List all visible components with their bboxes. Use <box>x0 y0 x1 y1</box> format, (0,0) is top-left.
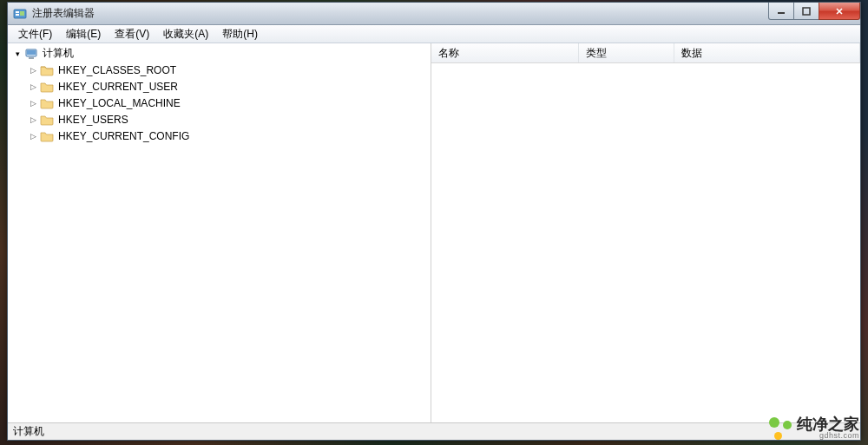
content-area: ▾ 计算机 ▷ <box>8 43 860 422</box>
menu-view[interactable]: 查看(V) <box>108 25 156 43</box>
statusbar-path: 计算机 <box>13 424 44 439</box>
expander-closed-icon[interactable]: ▷ <box>27 81 39 93</box>
regedit-app-icon <box>13 7 27 21</box>
values-header: 名称 类型 数据 <box>431 43 860 63</box>
tree-hive-label: HKEY_CURRENT_USER <box>56 80 180 94</box>
titlebar[interactable]: 注册表编辑器 <box>8 3 860 25</box>
expander-open-icon[interactable]: ▾ <box>11 48 23 60</box>
window-title: 注册表编辑器 <box>32 6 95 21</box>
tree-root-computer[interactable]: ▾ 计算机 <box>8 45 431 62</box>
column-header-name[interactable]: 名称 <box>431 43 579 62</box>
computer-icon <box>24 47 38 61</box>
folder-icon <box>40 129 54 143</box>
tree-hive-label: HKEY_USERS <box>56 113 130 127</box>
column-header-data[interactable]: 数据 <box>674 43 860 62</box>
tree-root-label: 计算机 <box>41 45 76 62</box>
folder-icon <box>40 96 54 110</box>
tree-hive-current-user[interactable]: ▷ HKEY_CURRENT_USER <box>23 78 431 95</box>
folder-icon <box>40 80 54 94</box>
menu-help[interactable]: 帮助(H) <box>215 25 265 43</box>
tree-hive-current-config[interactable]: ▷ HKEY_CURRENT_CONFIG <box>23 128 431 144</box>
close-button[interactable] <box>819 3 860 20</box>
tree-children: ▷ HKEY_CLASSES_ROOT ▷ HKEY_CURRENT_USER <box>8 62 431 144</box>
tree-hive-local-machine[interactable]: ▷ HKEY_LOCAL_MACHINE <box>23 95 431 111</box>
folder-icon <box>40 63 54 77</box>
expander-closed-icon[interactable]: ▷ <box>27 114 39 126</box>
menu-file[interactable]: 文件(F) <box>11 25 59 43</box>
tree-hive-classes-root[interactable]: ▷ HKEY_CLASSES_ROOT <box>23 62 431 78</box>
tree-hive-label: HKEY_CURRENT_CONFIG <box>56 129 191 143</box>
svg-rect-3 <box>20 11 24 16</box>
tree-panel[interactable]: ▾ 计算机 ▷ <box>8 43 431 422</box>
folder-icon <box>40 113 54 127</box>
tree-hive-label: HKEY_CLASSES_ROOT <box>56 63 178 77</box>
svg-rect-7 <box>27 50 36 55</box>
minimize-button[interactable] <box>768 3 794 20</box>
expander-closed-icon[interactable]: ▷ <box>27 130 39 142</box>
expander-closed-icon[interactable]: ▷ <box>27 64 39 76</box>
regedit-window: 注册表编辑器 文件(F) 编辑(E) 查看(V) 收藏夹(A) 帮助(H) <box>7 2 861 441</box>
window-controls <box>769 3 860 20</box>
tree-hive-label: HKEY_LOCAL_MACHINE <box>56 96 182 110</box>
svg-rect-4 <box>778 12 785 14</box>
menubar: 文件(F) 编辑(E) 查看(V) 收藏夹(A) 帮助(H) <box>8 25 860 43</box>
tree-hive-users[interactable]: ▷ HKEY_USERS <box>23 111 431 128</box>
menu-favorites[interactable]: 收藏夹(A) <box>156 25 215 43</box>
values-list-body[interactable] <box>431 63 860 422</box>
svg-rect-2 <box>16 14 19 16</box>
desktop-background: 注册表编辑器 文件(F) 编辑(E) 查看(V) 收藏夹(A) 帮助(H) <box>0 0 868 445</box>
expander-closed-icon[interactable]: ▷ <box>27 97 39 109</box>
svg-rect-8 <box>29 57 34 59</box>
maximize-button[interactable] <box>793 3 819 20</box>
values-panel: 名称 类型 数据 <box>431 43 860 422</box>
svg-rect-1 <box>16 11 19 13</box>
svg-rect-5 <box>803 8 810 15</box>
column-header-type[interactable]: 类型 <box>579 43 674 62</box>
menu-edit[interactable]: 编辑(E) <box>59 25 108 43</box>
statusbar: 计算机 <box>8 422 860 440</box>
